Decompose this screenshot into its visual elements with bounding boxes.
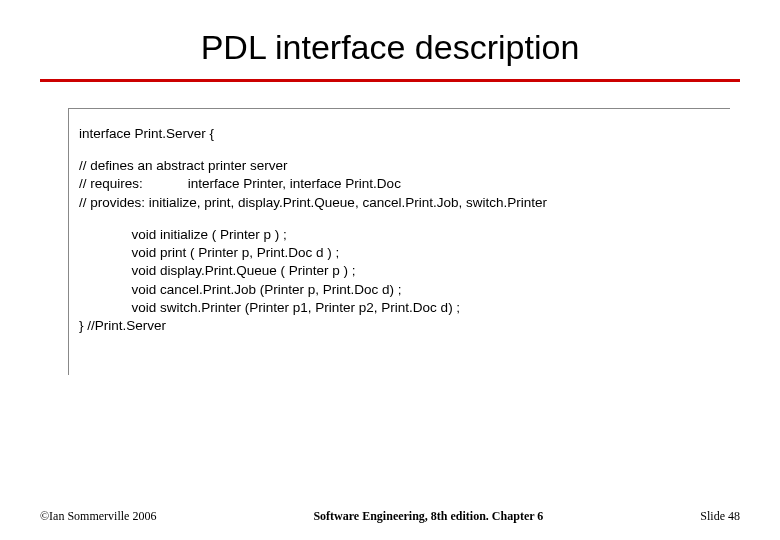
footer-center: Software Engineering, 8th edition. Chapt… <box>313 509 543 524</box>
code-comment: // provides: initialize, print, display.… <box>79 194 724 212</box>
code-method: void display.Print.Queue ( Printer p ) ; <box>79 262 724 280</box>
footer-right: Slide 48 <box>700 509 740 524</box>
slide: PDL interface description interface Prin… <box>0 0 780 540</box>
footer-left: ©Ian Sommerville 2006 <box>40 509 156 524</box>
code-method: void switch.Printer (Printer p1, Printer… <box>79 299 724 317</box>
code-method: void print ( Printer p, Print.Doc d ) ; <box>79 244 724 262</box>
code-block: interface Print.Server { // defines an a… <box>68 108 730 375</box>
code-comment: // requires: interface Printer, interfac… <box>79 175 724 193</box>
code-line: interface Print.Server { <box>79 125 724 143</box>
footer: ©Ian Sommerville 2006 Software Engineeri… <box>0 509 780 524</box>
code-comment: // defines an abstract printer server <box>79 157 724 175</box>
page-title: PDL interface description <box>40 20 740 79</box>
code-method: void cancel.Print.Job (Printer p, Print.… <box>79 281 724 299</box>
title-rule <box>40 79 740 82</box>
code-method: void initialize ( Printer p ) ; <box>79 226 724 244</box>
code-close: } //Print.Server <box>79 317 724 335</box>
